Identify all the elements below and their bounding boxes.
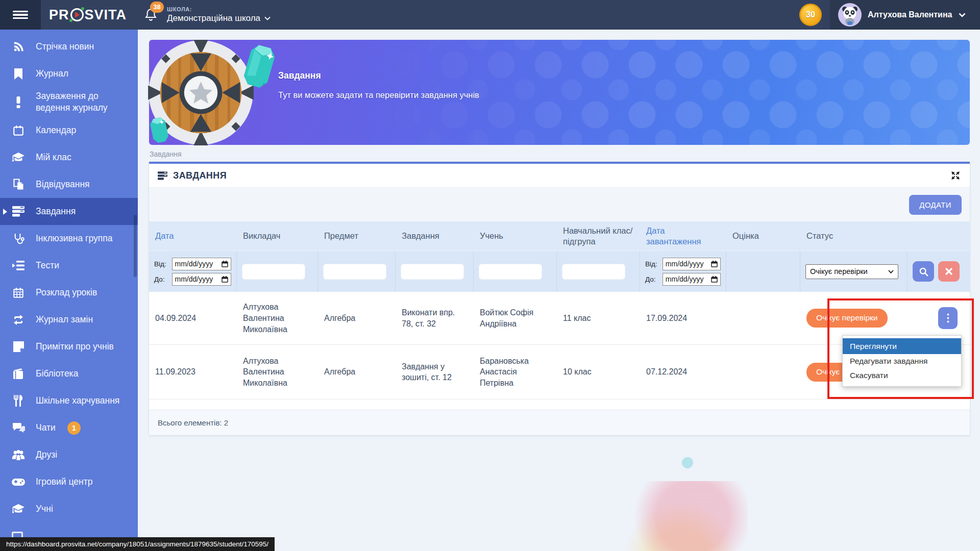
note-icon (12, 341, 25, 352)
sidebar-item-label: Мій клас (36, 152, 71, 163)
filter-task-cell (396, 251, 474, 292)
total-elements-label: Всього елементів: 2 (158, 418, 228, 427)
top-bar: PR SVITA 38 ШКОЛА: Демонстраційна школа … (0, 0, 980, 30)
app-screen: PR SVITA 38 ШКОЛА: Демонстраційна школа … (0, 0, 980, 551)
upload-date-to-input[interactable]: mm/dd/yyyy (663, 273, 721, 286)
sidebar-item-lesson-schedule[interactable]: Розклад уроків (0, 279, 138, 306)
column-header-task[interactable]: Завдання (396, 221, 474, 251)
sidebar-item-calendar[interactable]: Календар (0, 117, 138, 144)
sidebar-item-school-meals[interactable]: Шкільне харчування (0, 387, 138, 414)
date-from-input[interactable]: mm/dd/yyyy (172, 258, 232, 270)
bookmark-icon (12, 68, 25, 80)
row-actions-button[interactable] (938, 307, 958, 329)
assignments-card: ЗАВДАННЯ ДОДАТИ Дата Викладач Предмет За… (149, 162, 970, 435)
hamburger-menu-button[interactable] (0, 0, 41, 30)
clear-filter-button[interactable] (938, 261, 960, 282)
cell-class: 10 клас (557, 345, 640, 399)
column-header-subject[interactable]: Предмет (318, 221, 396, 251)
card-toolbar: ДОДАТИ (149, 188, 970, 221)
sidebar-item-label: Тести (36, 260, 59, 271)
context-menu-item-cancel[interactable]: Скасувати (843, 368, 961, 383)
filter-from-label: Від: (154, 260, 169, 268)
coins-badge[interactable]: 30 (799, 4, 822, 26)
sidebar-item-my-class[interactable]: Мій клас (0, 144, 138, 171)
logo[interactable]: PR SVITA (49, 7, 127, 23)
filter-class-input[interactable] (562, 264, 625, 280)
exclamation-icon (12, 96, 25, 108)
calendar-icon[interactable] (222, 261, 228, 267)
sidebar-item-game-center[interactable]: Ігровий центр (0, 468, 138, 495)
sidebar-scrollbar-thumb[interactable] (134, 215, 137, 277)
school-selector: ШКОЛА: Демонстраційна школа (167, 6, 271, 23)
sidebar-item-label: Бібліотека (36, 368, 78, 380)
sidebar-item-friends[interactable]: Друзі (0, 441, 138, 468)
sidebar-item-students[interactable]: Учні (0, 495, 138, 522)
filter-teacher-input[interactable] (242, 264, 305, 280)
calendar-icon[interactable] (711, 276, 718, 283)
sidebar-item-tests[interactable]: Тести (0, 252, 138, 279)
table-header-row: Дата Викладач Предмет Завдання Учень Нав… (149, 221, 970, 251)
hamburger-icon (13, 9, 28, 21)
context-menu-item-edit[interactable]: Редагувати завдання (843, 354, 961, 368)
school-name-dropdown[interactable]: Демонстраційна школа (167, 13, 271, 23)
background-watermark-dot (682, 457, 693, 468)
sidebar-item-label: Стрічка новин (36, 41, 94, 53)
filter-upload-date-cell: Від: mm/dd/yyyy До: mm/dd/yyyy (640, 251, 726, 292)
expand-icon[interactable] (950, 170, 961, 181)
sidebar-item-student-notes[interactable]: Примітки про учнів (0, 333, 138, 360)
schedule-icon (12, 287, 25, 298)
column-header-upload-date[interactable]: Дата завантаження (640, 221, 726, 251)
filter-teacher-cell (237, 251, 318, 292)
filter-student-input[interactable] (479, 264, 542, 280)
notifications-button[interactable]: 38 (144, 8, 158, 22)
calendar-icon[interactable] (711, 261, 718, 267)
column-header-actions (908, 221, 970, 251)
coin-count: 30 (806, 10, 815, 19)
close-icon (945, 268, 952, 275)
sidebar-item-chats[interactable]: Чати 1 (0, 414, 138, 441)
column-header-date[interactable]: Дата (149, 221, 237, 251)
column-header-status[interactable]: Статус (800, 221, 908, 251)
filter-task-input[interactable] (401, 264, 464, 280)
chat-icon (12, 422, 25, 433)
table-filter-row: Від: mm/dd/yyyy До: mm/dd/yyyy (149, 251, 970, 292)
test-list-icon (12, 261, 25, 270)
sidebar-item-label: Завдання (36, 206, 76, 217)
sidebar-item-journal[interactable]: Журнал (0, 60, 138, 87)
sidebar-item-label: Розклад уроків (36, 287, 97, 298)
chevron-down-icon (888, 270, 894, 273)
context-menu-item-view[interactable]: Переглянути (843, 338, 961, 354)
column-header-class[interactable]: Навчальний клас/підгрупа (557, 221, 640, 251)
sidebar-item-label: Журнал (36, 68, 68, 80)
cutlery-icon (12, 395, 25, 407)
table-spacer (149, 399, 970, 410)
sidebar-item-attendance[interactable]: Відвідування (0, 171, 138, 198)
filter-to-label: До: (154, 276, 169, 283)
cell-task: Завдання у зошиті, ст. 12 (396, 345, 474, 399)
status-filter-select[interactable]: Очікує перевірки (805, 264, 898, 279)
cell-teacher: Алтухова Валентина Миколаївна (237, 345, 318, 399)
sidebar-item-inclusive-group[interactable]: Інклюзивна группа (0, 225, 138, 252)
add-button[interactable]: ДОДАТИ (909, 195, 962, 215)
sidebar-item-label: Друзі (36, 449, 57, 461)
filter-subject-input[interactable] (323, 264, 386, 280)
calendar-icon (12, 125, 25, 136)
column-header-student[interactable]: Учень (474, 221, 557, 251)
cell-class: 11 клас (557, 292, 640, 344)
upload-date-from-input[interactable]: mm/dd/yyyy (663, 258, 721, 270)
column-header-teacher[interactable]: Викладач (237, 221, 318, 251)
sidebar-item-library[interactable]: Бібліотека (0, 360, 138, 387)
calendar-icon[interactable] (222, 276, 228, 283)
search-button[interactable] (913, 261, 934, 282)
sidebar-item-journal-remarks[interactable]: Зауваження до ведення журналу (0, 87, 138, 117)
user-menu[interactable]: Алтухова Валентина (830, 0, 980, 30)
sidebar-item-substitution-journal[interactable]: Журнал замін (0, 306, 138, 333)
column-header-grade[interactable]: Оцінка (726, 221, 800, 251)
cell-date: 11.09.2023 (149, 345, 237, 399)
sidebar-item-assignments[interactable]: Завдання (0, 198, 138, 225)
date-to-input[interactable]: mm/dd/yyyy (172, 273, 232, 286)
sidebar-item-news-feed[interactable]: Стрічка новин (0, 33, 138, 60)
filter-student-cell (474, 251, 557, 292)
status-url: https://dashboard.prosvita.net/company/1… (6, 540, 268, 548)
breadcrumb: Завдання (150, 150, 980, 158)
